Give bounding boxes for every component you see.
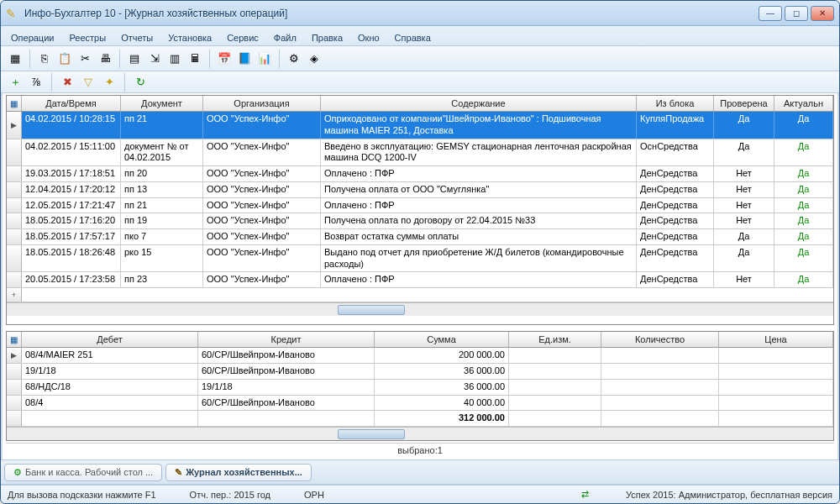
cell[interactable]: 19.03.2015 / 17:18:51 [22, 166, 121, 181]
cell-checked[interactable]: Нет [714, 272, 774, 287]
refresh-icon[interactable]: ↻ [131, 73, 150, 92]
cell[interactable] [719, 364, 833, 379]
col-content[interactable]: Содержание [321, 96, 637, 111]
add-row-icon[interactable]: + [7, 288, 22, 302]
table-row[interactable]: 19.03.2015 / 17:18:51пп 20ООО "Успех-Инф… [7, 166, 833, 182]
table-row[interactable]: 18.05.2015 / 18:26:48рко 15ООО "Успех-Ин… [7, 245, 833, 273]
cell[interactable]: ДенСредства [637, 166, 714, 181]
cell[interactable]: КупляПродажа [637, 112, 714, 139]
postings-hscroll[interactable] [7, 427, 833, 440]
export-icon[interactable]: ⇲ [145, 50, 164, 68]
cell[interactable]: пп 23 [121, 272, 203, 287]
menu-правка[interactable]: Правка [305, 30, 349, 45]
table-row[interactable]: ▶08/4/MAIER 25160/СР/Швейпром-Иваново200… [7, 348, 833, 364]
table2-icon[interactable]: ▥ [165, 50, 184, 68]
cell-sum[interactable]: 40 000.00 [375, 396, 509, 411]
cell-sum[interactable]: 36 000.00 [375, 380, 509, 395]
cell[interactable]: 08/4/MAIER 251 [22, 348, 198, 363]
titlebar[interactable]: ✎ Инфо-Бухгалтер 10 - [Журнал хозяйствен… [1, 1, 839, 26]
cell-checked[interactable]: Нет [714, 182, 774, 197]
col-price[interactable]: Цена [719, 332, 833, 347]
add-icon[interactable]: ＋ [6, 73, 24, 92]
cell-checked[interactable]: Нет [714, 166, 774, 181]
cell[interactable]: Возврат остатка суммы оплаты [321, 229, 637, 244]
cell-sum[interactable]: 36 000.00 [375, 364, 509, 379]
menu-сервис[interactable]: Сервис [220, 30, 265, 45]
grid-icon[interactable]: ▦ [6, 50, 24, 68]
cell[interactable]: ДенСредства [637, 272, 714, 287]
cell[interactable]: пп 13 [121, 182, 203, 197]
cell[interactable]: 12.05.2015 / 17:21:47 [22, 198, 121, 213]
calendar-icon[interactable]: 📅 [215, 50, 234, 68]
menu-окно[interactable]: Окно [351, 30, 386, 45]
cell-checked[interactable]: Да [714, 245, 774, 272]
col-unit[interactable]: Ед.изм. [509, 332, 601, 347]
cell-actual[interactable]: Да [774, 139, 833, 166]
cell[interactable]: ООО "Успех-Инфо" [203, 272, 321, 287]
cell[interactable]: пп 21 [121, 112, 203, 139]
cell[interactable] [509, 380, 601, 395]
maximize-button[interactable]: ◻ [785, 6, 808, 21]
cell[interactable] [719, 348, 833, 363]
cell[interactable]: Выдано под отчет для приобретение Ж/Д би… [321, 245, 637, 272]
new-row[interactable]: + [7, 288, 833, 302]
table-row[interactable]: 12.05.2015 / 17:21:47пп 21ООО "Успех-Инф… [7, 198, 833, 214]
col-credit[interactable]: Кредит [198, 332, 375, 347]
cell[interactable]: ООО "Успех-Инфо" [203, 245, 321, 272]
table-row[interactable]: 18.05.2015 / 17:57:17пко 7ООО "Успех-Инф… [7, 229, 833, 245]
cell-checked[interactable]: Да [714, 229, 774, 244]
calc-icon[interactable]: 🖩 [186, 50, 204, 68]
table-row[interactable]: 20.05.2015 / 17:23:58пп 23ООО "Успех-Инф… [7, 272, 833, 288]
cell-checked[interactable]: Да [714, 139, 774, 166]
postings-grid[interactable]: ▦ Дебет Кредит Сумма Ед.изм. Количество … [6, 331, 834, 441]
cell-actual[interactable]: Да [774, 272, 833, 287]
cell[interactable]: Оплачено : ПФР [321, 272, 637, 287]
cell[interactable] [601, 380, 719, 395]
scroll-thumb[interactable] [338, 429, 405, 439]
cell[interactable]: 19/1/18 [22, 364, 198, 379]
cell[interactable]: пп 21 [121, 198, 203, 213]
cell-checked[interactable]: Нет [714, 213, 774, 228]
cell[interactable] [601, 364, 719, 379]
gear-icon[interactable]: ⚙ [285, 50, 303, 68]
postings-grid-body[interactable]: ▶08/4/MAIER 25160/СР/Швейпром-Иваново200… [7, 348, 833, 427]
cell[interactable]: 18.05.2015 / 17:16:20 [22, 213, 121, 228]
cell[interactable]: ООО "Успех-Инфо" [203, 229, 321, 244]
cell-sum[interactable]: 200 000.00 [375, 348, 509, 363]
col-qty[interactable]: Количество [601, 332, 719, 347]
tab-inactive[interactable]: ⚙Банк и касса. Рабочий стол ... [4, 464, 162, 481]
cell[interactable] [601, 348, 719, 363]
cell[interactable]: Оплачено : ПФР [321, 198, 637, 213]
menu-отчеты[interactable]: Отчеты [114, 30, 160, 45]
grid-corner-icon[interactable]: ▦ [7, 96, 22, 111]
cell[interactable]: ООО "Успех-Инфо" [203, 139, 321, 166]
cell[interactable]: 60/СР/Швейпром-Иваново [198, 396, 375, 411]
cell[interactable]: 20.05.2015 / 17:23:58 [22, 272, 121, 287]
cell-actual[interactable]: Да [774, 198, 833, 213]
cell[interactable]: пп 20 [121, 166, 203, 181]
cell[interactable]: ДенСредства [637, 245, 714, 272]
book-icon[interactable]: 📘 [235, 50, 254, 68]
cell[interactable]: рко 15 [121, 245, 203, 272]
cell-actual[interactable]: Да [774, 245, 833, 272]
col-organization[interactable]: Организация [203, 96, 321, 111]
cell[interactable]: Введено в эксплуатацию: GEMSY стационарн… [321, 139, 637, 166]
table-row[interactable]: 12.04.2015 / 17:20:12пп 13ООО "Успех-Инф… [7, 182, 833, 198]
cell[interactable] [509, 364, 601, 379]
cell[interactable]: 08/4 [22, 396, 198, 411]
cell[interactable]: 04.02.2015 / 15:11:00 [22, 139, 121, 166]
cell-actual[interactable]: Да [774, 166, 833, 181]
table-row[interactable]: 08/460/СР/Швейпром-Иваново40 000.00 [7, 396, 833, 412]
table-row[interactable]: 04.02.2015 / 15:11:00документ № от 04.02… [7, 139, 833, 167]
cell[interactable]: Получена оплата по договору от 22.04.201… [321, 213, 637, 228]
cell[interactable] [719, 380, 833, 395]
cell[interactable]: Оплачено : ПФР [321, 166, 637, 181]
cell[interactable]: 68/НДС/18 [22, 380, 198, 395]
operations-hscroll[interactable] [7, 302, 833, 316]
scroll-thumb[interactable] [338, 305, 405, 315]
cell[interactable]: 19/1/18 [198, 380, 375, 395]
delete-icon[interactable]: ✖ [58, 73, 76, 92]
cell-checked[interactable]: Да [714, 112, 774, 139]
cell[interactable]: 60/СР/Швейпром-Иваново [198, 364, 375, 379]
chart-icon[interactable]: 📊 [255, 50, 274, 68]
